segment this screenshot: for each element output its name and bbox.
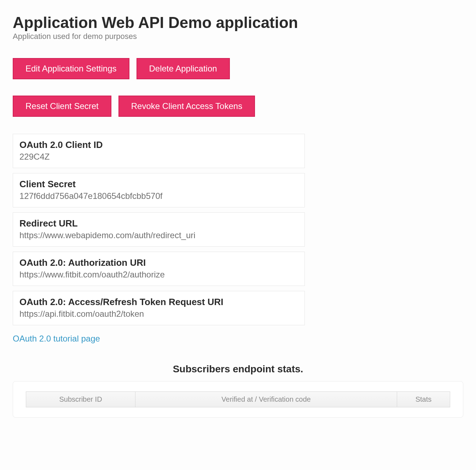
info-value: https://www.fitbit.com/oauth2/authorize (19, 269, 298, 280)
reset-client-secret-button[interactable]: Reset Client Secret (13, 96, 111, 117)
info-label: OAuth 2.0: Access/Refresh Token Request … (19, 296, 298, 308)
column-header-stats: Stats (397, 391, 450, 407)
subscribers-stats-panel: Subscriber ID Verified at / Verification… (13, 381, 463, 418)
info-value: https://www.webapidemo.com/auth/redirect… (19, 230, 298, 241)
info-value: 229C4Z (19, 151, 298, 162)
info-card-group: OAuth 2.0 Client ID 229C4Z Client Secret… (13, 134, 305, 325)
info-label: Redirect URL (19, 218, 298, 230)
column-header-verified: Verified at / Verification code (135, 391, 397, 407)
delete-application-button[interactable]: Delete Application (137, 58, 230, 79)
table-header-row: Subscriber ID Verified at / Verification… (26, 391, 450, 407)
button-row-primary: Edit Application Settings Delete Applica… (13, 58, 463, 79)
info-card-client-id: OAuth 2.0 Client ID 229C4Z (13, 134, 305, 168)
info-value: 127f6ddd756a047e180654cbfcbb570f (19, 190, 298, 201)
button-row-secondary: Reset Client Secret Revoke Client Access… (13, 96, 463, 117)
revoke-client-access-tokens-button[interactable]: Revoke Client Access Tokens (118, 96, 255, 117)
column-header-subscriber-id: Subscriber ID (26, 391, 135, 407)
info-card-token-request-uri: OAuth 2.0: Access/Refresh Token Request … (13, 291, 305, 325)
page-title: Application Web API Demo application (13, 14, 463, 31)
page-subtitle: Application used for demo purposes (13, 32, 463, 41)
subscribers-stats-heading: Subscribers endpoint stats. (13, 363, 463, 375)
info-card-redirect-url: Redirect URL https://www.webapidemo.com/… (13, 212, 305, 247)
oauth-tutorial-link[interactable]: OAuth 2.0 tutorial page (13, 334, 100, 344)
info-label: OAuth 2.0: Authorization URI (19, 257, 298, 269)
subscribers-stats-table: Subscriber ID Verified at / Verification… (26, 391, 450, 407)
info-label: Client Secret (19, 178, 298, 190)
info-card-authorization-uri: OAuth 2.0: Authorization URI https://www… (13, 252, 305, 286)
edit-application-settings-button[interactable]: Edit Application Settings (13, 58, 129, 79)
info-label: OAuth 2.0 Client ID (19, 139, 298, 151)
info-card-client-secret: Client Secret 127f6ddd756a047e180654cbfc… (13, 173, 305, 207)
info-value: https://api.fitbit.com/oauth2/token (19, 308, 298, 319)
